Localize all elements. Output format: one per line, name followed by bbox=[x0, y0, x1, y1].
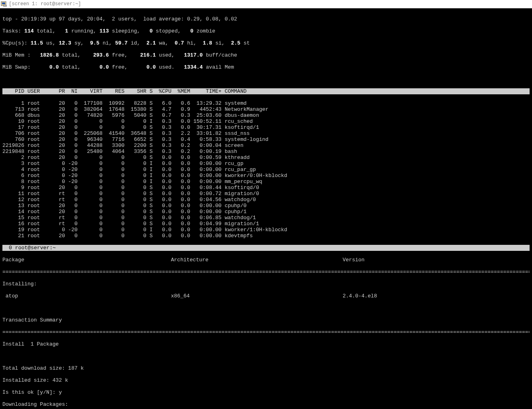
process-row: 21 root 20 0 0 0 0 S 0.0 0.0 0:00.00 kde… bbox=[2, 233, 530, 239]
process-row: 17 root 20 0 0 0 0 S 0.3 0.0 30:17.31 ks… bbox=[2, 124, 530, 130]
process-row: 14 root 20 0 0 0 0 S 0.0 0.0 0:00.00 cpu… bbox=[2, 209, 530, 215]
svg-rect-2 bbox=[4, 5, 6, 6]
pkg-row: atopx86_642.4.0-4.el8 bbox=[2, 293, 530, 299]
process-row: 13 root 20 0 0 0 0 S 0.0 0.0 0:00.00 cpu… bbox=[2, 203, 530, 209]
process-row: 6 root 0 -20 0 0 0 I 0.0 0.0 0:00.00 kwo… bbox=[2, 173, 530, 179]
process-row: 4 root 0 -20 0 0 0 I 0.0 0.0 0:00.00 rcu… bbox=[2, 167, 530, 173]
screen-status-bar: 0 root@server:~ bbox=[2, 245, 530, 251]
process-row: 713 root 20 0 382064 17648 15380 S 4.7 0… bbox=[2, 106, 530, 112]
top-process-list: 1 root 20 0 177108 10992 8228 S 6.0 0.6 … bbox=[2, 100, 530, 239]
installed-size: Installed size: 432 k bbox=[2, 377, 530, 383]
process-row: 2219848 root 20 0 25480 4064 3356 S 0.3 … bbox=[2, 149, 530, 155]
window-title: [screen 1: root@server:~] bbox=[9, 1, 81, 7]
top-cpu-line: %Cpu(s): 11.5 us, 12.3 sy, 9.5 ni, 59.7 … bbox=[2, 40, 530, 46]
top-tasks-line: Tasks: 114 total, 1 running, 113 sleepin… bbox=[2, 28, 530, 34]
process-row: 19 root 0 -20 0 0 0 I 0.0 0.0 0:00.00 kw… bbox=[2, 227, 530, 233]
terminal-area[interactable]: top - 20:19:39 up 97 days, 20:04, 2 user… bbox=[0, 8, 532, 409]
process-row: 15 root rt 0 0 0 0 S 0.0 0.0 0:06.85 wat… bbox=[2, 215, 530, 221]
confirm-prompt: Is this ok [y/N]: y bbox=[2, 389, 530, 395]
installing-label: Installing: bbox=[2, 281, 530, 287]
process-row: 9 root 20 0 0 0 0 S 0.0 0.0 0:08.44 ksof… bbox=[2, 185, 530, 191]
blank-line bbox=[2, 76, 530, 82]
process-row: 760 root 20 0 96340 7716 6652 S 0.3 0.4 … bbox=[2, 136, 530, 142]
process-row: 2219826 root 20 0 44288 3300 2200 S 0.3 … bbox=[2, 142, 530, 149]
process-row: 8 root 0 -20 0 0 0 I 0.0 0.0 0:00.00 mm_… bbox=[2, 179, 530, 185]
top-swap-line: MiB Swap: 0.0 total, 0.0 free, 0.0 used.… bbox=[2, 64, 530, 70]
process-row: 11 root rt 0 0 0 0 S 0.0 0.0 0:00.72 mig… bbox=[2, 191, 530, 197]
window-title-bar: [screen 1: root@server:~] bbox=[0, 0, 532, 8]
process-row: 2 root 20 0 0 0 0 S 0.0 0.0 0:00.59 kthr… bbox=[2, 155, 530, 161]
download-size: Total download size: 187 k bbox=[2, 365, 530, 371]
process-row: 1 root 20 0 177108 10992 8228 S 6.0 0.6 … bbox=[2, 100, 530, 106]
process-row: 10 root 20 0 0 0 0 I 0.3 0.0 150:52.11 r… bbox=[2, 118, 530, 124]
process-row: 12 root rt 0 0 0 0 S 0.0 0.0 0:04.56 wat… bbox=[2, 197, 530, 203]
divider-eq-2: ========================================… bbox=[2, 329, 530, 335]
svg-rect-1 bbox=[2, 2, 5, 4]
pkg-table-header: PackageArchitectureVersion bbox=[2, 257, 530, 263]
top-summary-line1: top - 20:19:39 up 97 days, 20:04, 2 user… bbox=[2, 16, 530, 22]
process-row: 668 dbus 20 0 74820 5976 5040 S 0.7 0.3 … bbox=[2, 112, 530, 118]
process-row: 706 root 20 0 225068 41540 36548 S 0.3 2… bbox=[2, 130, 530, 136]
txn-summary-label: Transaction Summary bbox=[2, 317, 530, 323]
downloading-label: Downloading Packages: bbox=[2, 401, 530, 407]
top-mem-line: MiB Mem : 1826.8 total, 293.6 free, 216.… bbox=[2, 52, 530, 58]
putty-icon bbox=[1, 1, 7, 7]
process-row: 16 root rt 0 0 0 0 S 0.0 0.0 0:04.99 mig… bbox=[2, 221, 530, 227]
divider-eq: ========================================… bbox=[2, 269, 530, 275]
process-row: 3 root 0 -20 0 0 0 I 0.0 0.0 0:00.00 rcu… bbox=[2, 161, 530, 167]
install-count: Install 1 Package bbox=[2, 341, 530, 347]
top-columns-header: PID USER PR NI VIRT RES SHR S %CPU %MEM … bbox=[2, 88, 530, 94]
